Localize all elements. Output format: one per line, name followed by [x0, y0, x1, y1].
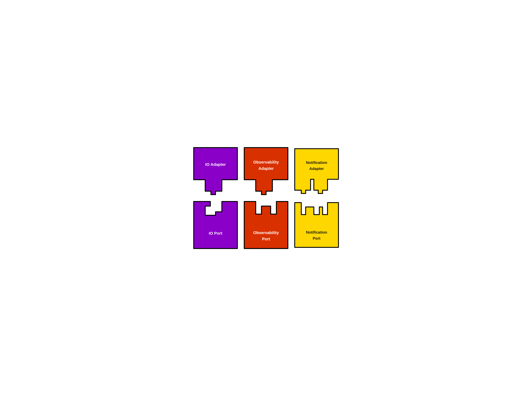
io-adapter-piece: IO Adapter — [192, 146, 239, 196]
io-port-label: IO Port — [209, 231, 222, 235]
notification-port-label-line1: Notification — [306, 230, 327, 234]
observability-adapter-label-line1: Observability — [253, 160, 279, 164]
observability-port-piece: Observability Port — [243, 200, 289, 250]
observability-adapter-label-line2: Adapter — [258, 166, 274, 171]
notification-port-label-line2: Port — [313, 236, 320, 240]
puzzle-grid: IO Adapter Observability Adapter Notific… — [186, 140, 347, 256]
observability-port-label-line1: Observability — [253, 230, 279, 235]
observability-port-wrapper: Observability Port — [243, 200, 289, 250]
notification-adapter-piece: Notification Adapter — [294, 148, 340, 195]
notification-adapter-label-line2: Adapter — [309, 166, 324, 171]
io-adapter-wrapper: IO Adapter — [192, 146, 239, 196]
notification-adapter-label-line1: Notification — [306, 160, 327, 165]
observability-port-label-line2: Port — [262, 237, 270, 241]
notification-adapter-wrapper: Notification Adapter — [294, 146, 340, 196]
observability-adapter-piece: Observability Adapter — [243, 146, 289, 196]
io-port-wrapper: IO Port — [192, 200, 239, 250]
io-port-piece: IO Port — [192, 200, 239, 250]
io-adapter-label: IO Adapter — [205, 162, 226, 167]
observability-adapter-wrapper: Observability Adapter — [243, 146, 289, 196]
notification-port-wrapper: Notification Port — [294, 200, 340, 250]
notification-port-piece: Notification Port — [294, 202, 340, 249]
